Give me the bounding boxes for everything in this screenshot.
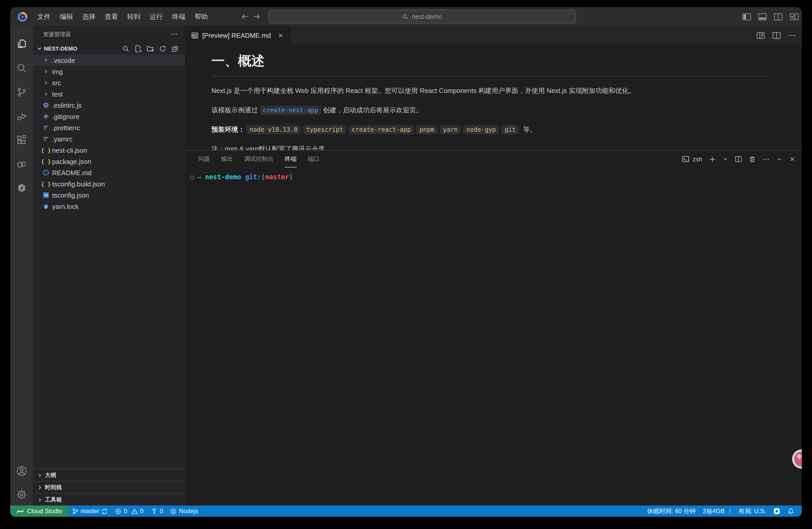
translate-zh-glyph: 中 bbox=[797, 453, 802, 460]
tree-item-file[interactable]: .yarnrc bbox=[33, 133, 185, 145]
split-editor-right-icon[interactable] bbox=[772, 32, 781, 39]
toolbox-section[interactable]: 工具箱 bbox=[33, 493, 185, 505]
tab-ports[interactable]: 端口 bbox=[308, 151, 319, 167]
problems-status[interactable]: 0 0 bbox=[112, 505, 147, 517]
tree-item-folder[interactable]: test bbox=[33, 88, 185, 100]
tree-item-file[interactable]: { }tsconfig.build.json bbox=[33, 178, 185, 189]
menubar: 文件 编辑 选择 查看 转到 运行 终端 帮助 bbox=[33, 12, 213, 21]
doc-paragraph-3: 预装环境： node v18.13.0typescriptcreate-reac… bbox=[212, 125, 769, 134]
menu-selection[interactable]: 选择 bbox=[78, 12, 100, 21]
menu-go[interactable]: 转到 bbox=[122, 12, 145, 21]
close-panel-icon[interactable] bbox=[789, 156, 796, 162]
tree-item-file[interactable]: README.md bbox=[33, 167, 185, 178]
terminal-dropdown-icon[interactable] bbox=[723, 156, 728, 162]
bell-icon bbox=[787, 508, 794, 514]
titlebar-actions bbox=[742, 7, 801, 26]
new-file-icon[interactable] bbox=[134, 45, 142, 52]
git-branch-status[interactable]: master bbox=[68, 505, 111, 517]
new-folder-icon[interactable] bbox=[147, 45, 154, 52]
notifications-status[interactable] bbox=[784, 505, 798, 517]
source-control-icon[interactable] bbox=[10, 80, 33, 104]
menu-help[interactable]: 帮助 bbox=[190, 12, 213, 21]
back-arrow-icon[interactable] bbox=[241, 13, 249, 20]
search-sidebar-icon[interactable] bbox=[10, 56, 33, 80]
menu-view[interactable]: 查看 bbox=[100, 12, 122, 21]
tree-item-folder[interactable]: src bbox=[33, 77, 185, 88]
tree-item-file[interactable]: .eslintrc.js bbox=[33, 100, 185, 111]
env-chip: git bbox=[502, 125, 519, 134]
tree-item-file[interactable]: .prettierrc bbox=[33, 122, 185, 133]
tree-item-file[interactable]: .gitignore bbox=[33, 111, 185, 122]
tree-item-file[interactable]: TStsconfig.json bbox=[33, 189, 185, 201]
split-editor-icon[interactable] bbox=[774, 13, 783, 21]
close-tab-icon[interactable] bbox=[278, 32, 284, 39]
collapse-all-icon[interactable] bbox=[171, 45, 179, 52]
upload-arrow-icon: ↑ bbox=[728, 508, 731, 515]
tree-item-file[interactable]: yarn.lock bbox=[33, 201, 185, 212]
keyboard-layout-status[interactable]: 布局: U.S. bbox=[735, 505, 770, 517]
shell-picker[interactable]: zsh bbox=[682, 155, 702, 163]
plugin-hexagon-icon[interactable] bbox=[10, 176, 33, 200]
doc-paragraph-2: 该模板示例通过 create-next-app 创建，启动成功后将展示欢迎页。 bbox=[212, 106, 769, 115]
sleep-time-status[interactable]: 休眠时间: 60 分钟 bbox=[643, 505, 699, 517]
command-center-search[interactable]: nest-demo bbox=[269, 10, 576, 24]
outline-section[interactable]: 大纲 bbox=[33, 469, 185, 481]
tree-item-file[interactable]: { }package.json bbox=[33, 156, 185, 167]
settings-gear-icon[interactable] bbox=[10, 483, 33, 505]
toggle-sidebar-icon[interactable] bbox=[742, 13, 751, 21]
forwarded-ports-status[interactable]: 0 bbox=[147, 505, 167, 517]
panel-more-icon[interactable] bbox=[763, 156, 770, 163]
yarn-icon bbox=[42, 203, 50, 210]
menu-edit[interactable]: 编辑 bbox=[55, 12, 78, 21]
menu-file[interactable]: 文件 bbox=[33, 12, 55, 21]
section-label: 时间线 bbox=[45, 484, 62, 491]
maximize-panel-icon[interactable] bbox=[776, 156, 782, 162]
chevron-right-icon bbox=[42, 80, 50, 86]
file-label: .gitignore bbox=[52, 113, 79, 120]
extensions-icon[interactable] bbox=[10, 128, 33, 152]
split-terminal-icon[interactable] bbox=[735, 156, 742, 162]
feedback-status[interactable] bbox=[770, 505, 784, 517]
explorer-search-icon[interactable] bbox=[122, 45, 130, 52]
project-name: NEST-DEMO bbox=[44, 45, 77, 52]
create-next-app-link[interactable]: create-next-app bbox=[260, 106, 321, 115]
json-icon: { } bbox=[42, 147, 50, 153]
sidebar-header: 资源管理器 bbox=[33, 26, 185, 42]
menu-terminal[interactable]: 终端 bbox=[168, 12, 190, 21]
tab-terminal[interactable]: 终端 bbox=[285, 151, 296, 167]
timeline-section[interactable]: 时间线 bbox=[33, 481, 185, 493]
more-actions-icon[interactable] bbox=[788, 32, 796, 39]
chevron-right-icon bbox=[42, 91, 50, 97]
terminal-icon bbox=[682, 155, 690, 163]
shell-name: zsh bbox=[693, 156, 702, 163]
new-terminal-icon[interactable] bbox=[709, 156, 716, 163]
explorer-icon[interactable] bbox=[10, 32, 33, 56]
run-debug-icon[interactable] bbox=[10, 104, 33, 128]
account-icon[interactable] bbox=[10, 459, 33, 483]
sidebar-more-actions-icon[interactable] bbox=[171, 31, 178, 38]
tab-preview-readme[interactable]: [Preview] README.md bbox=[185, 26, 291, 45]
runtime-status[interactable]: Nodejs bbox=[167, 505, 202, 517]
tab-output[interactable]: 输出 bbox=[221, 151, 233, 167]
chevron-right-icon bbox=[37, 472, 43, 478]
chevron-right-icon bbox=[42, 69, 50, 75]
project-section-header[interactable]: NEST-DEMO bbox=[33, 42, 185, 55]
refresh-icon[interactable] bbox=[159, 45, 166, 52]
cloud-studio-status-item[interactable]: Cloud Studio bbox=[10, 505, 68, 517]
menu-run[interactable]: 运行 bbox=[145, 12, 168, 21]
tab-problems[interactable]: 问题 bbox=[198, 151, 210, 167]
cloud-icon[interactable] bbox=[10, 152, 33, 176]
paragraph-text: 创建，启动成功后将展示欢迎页。 bbox=[321, 106, 423, 114]
kill-terminal-icon[interactable] bbox=[749, 156, 756, 163]
info-icon bbox=[42, 169, 50, 176]
tree-item-file[interactable]: { }nest-cli.json bbox=[33, 145, 185, 156]
forward-arrow-icon[interactable] bbox=[253, 13, 260, 20]
machine-spec-status[interactable]: 2核4GB↑ bbox=[699, 505, 735, 517]
customize-layout-icon[interactable] bbox=[789, 13, 799, 21]
open-preview-icon[interactable] bbox=[756, 32, 765, 39]
terminal-content[interactable]: ○→nest-demo git:(master) bbox=[185, 167, 802, 505]
tree-item-folder[interactable]: .vscode bbox=[33, 55, 185, 66]
tree-item-folder[interactable]: img bbox=[33, 66, 185, 77]
tab-debug-console[interactable]: 调试控制台 bbox=[244, 151, 274, 167]
toggle-panel-icon[interactable] bbox=[758, 13, 767, 21]
